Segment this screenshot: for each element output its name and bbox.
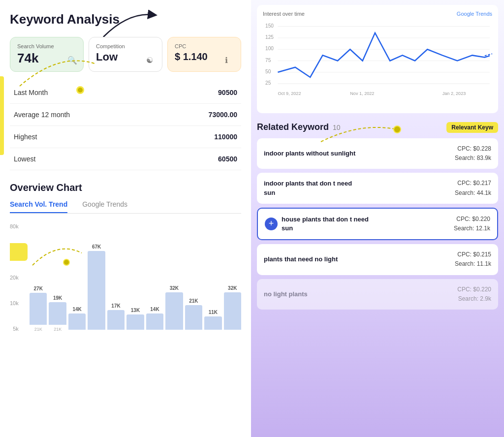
relevant-keyword-badge: Relevant Keyw bbox=[446, 122, 498, 133]
stat-label: Last Month bbox=[10, 82, 157, 104]
search-volume-card: Search Volume 74k 🔍 bbox=[10, 37, 84, 72]
keyword-name-4: plants that need no light bbox=[264, 255, 338, 264]
bar-group: 14K bbox=[68, 307, 86, 331]
bar bbox=[88, 251, 105, 330]
bar-top-label: 14K bbox=[150, 307, 159, 312]
bar-top-label: 11K bbox=[209, 310, 218, 315]
bar-group: 19K21K bbox=[49, 295, 66, 332]
competition-card: Competition Low ☯ bbox=[89, 37, 162, 72]
stat-value: 73000.00 bbox=[157, 103, 241, 125]
tab-search-vol-trend[interactable]: Search Vol. Trend bbox=[10, 200, 67, 213]
cpc-label: CPC bbox=[175, 43, 234, 49]
add-keyword-button[interactable]: + bbox=[265, 218, 278, 230]
y-label: 5k bbox=[13, 326, 19, 332]
keyword-card-3-inner: + house plants that don t need sun bbox=[265, 215, 454, 233]
bar-bottom-label: 21K bbox=[54, 327, 62, 332]
bar bbox=[204, 316, 221, 330]
keyword-name-3: house plants that don t need sun bbox=[282, 215, 380, 233]
stat-label: Highest bbox=[10, 125, 157, 148]
trends-svg: 150 125 100 75 50 25 Oct 9, 2022 Nov 1, … bbox=[263, 21, 492, 99]
overview-title: Overview Chart bbox=[10, 182, 241, 193]
stat-value: 90500 bbox=[157, 82, 241, 104]
y-label: 20k bbox=[10, 275, 19, 281]
bar-top-label: 32K bbox=[170, 285, 179, 291]
svg-text:25: 25 bbox=[265, 80, 271, 86]
svg-point-15 bbox=[394, 126, 401, 133]
bar-group: 27K21K bbox=[30, 286, 47, 332]
svg-text:Nov 1, 2022: Nov 1, 2022 bbox=[350, 91, 374, 96]
table-row: Average 12 month 73000.00 bbox=[10, 103, 241, 125]
page-title: Keyword Analysis bbox=[10, 12, 241, 27]
bar bbox=[185, 305, 202, 329]
trends-chart-container: Interest over time Google Trends 150 125… bbox=[257, 5, 498, 113]
bar-top-label: 17K bbox=[111, 303, 120, 309]
bar-group: 14K bbox=[146, 307, 163, 331]
bar-bottom-label: 21K bbox=[34, 327, 42, 332]
keyword-stats-1: CPC: $0.228Search: 83.9k bbox=[455, 144, 491, 163]
svg-text:Jan 2, 2023: Jan 2, 2023 bbox=[442, 91, 466, 96]
keyword-card-4: plants that need no light CPC: $0.215Sea… bbox=[257, 244, 498, 275]
keyword-name-5: no light plants bbox=[264, 290, 308, 298]
bar-top-label: 32K bbox=[228, 285, 237, 291]
bars-area: 27K21K19K21K14K67K17K13K14K32K21K11K32K bbox=[30, 223, 241, 332]
metrics-row: Search Volume 74k 🔍 Competition Low ☯ CP… bbox=[10, 37, 241, 72]
bar bbox=[165, 292, 183, 330]
keyword-card-3: + house plants that don t need sun CPC: … bbox=[257, 208, 498, 240]
tab-google-trends[interactable]: Google Trends bbox=[82, 200, 127, 213]
cpc-icon: ℹ bbox=[225, 56, 236, 66]
stat-label: Lowest bbox=[10, 148, 157, 170]
y-axis-labels: 80k 40k 20k 10k 5k bbox=[10, 223, 22, 332]
y-label: 10k bbox=[10, 300, 19, 306]
keyword-card-5: no light plants CPC: $0.220Search: 2.9k bbox=[257, 279, 498, 310]
competition-icon: ☯ bbox=[146, 56, 157, 66]
svg-text:75: 75 bbox=[265, 58, 271, 63]
bar bbox=[49, 302, 66, 325]
stat-value: 60500 bbox=[157, 148, 241, 170]
keyword-name-1: indoor plants without sunlight bbox=[264, 149, 355, 158]
search-icon: 🔍 bbox=[67, 56, 78, 66]
y-label: 80k bbox=[10, 223, 19, 229]
chart-tabs: Search Vol. Trend Google Trends bbox=[10, 200, 241, 214]
bar-group: 67K bbox=[88, 244, 105, 332]
keyword-stats-4: CPC: $0.215Search: 11.1k bbox=[455, 250, 491, 269]
bar-chart: 80k 40k 20k 10k 5k 27K21K19K21K14K67K17K… bbox=[10, 223, 241, 332]
bar bbox=[126, 314, 144, 329]
bar-top-label: 27K bbox=[34, 286, 43, 291]
left-panel: Keyword Analysis Search Volume 74k 🔍 Com… bbox=[0, 0, 251, 437]
bar-group: 13K bbox=[126, 308, 144, 331]
yellow-bar-annotation bbox=[10, 243, 28, 261]
google-trends-badge: Google Trends bbox=[457, 11, 492, 17]
timeline-dot bbox=[76, 86, 84, 94]
stats-table: Last Month 90500 Average 12 month 73000.… bbox=[10, 82, 241, 170]
yellow-annotation-strip bbox=[0, 76, 4, 155]
keyword-stats-3: CPC: $0.220Search: 12.1k bbox=[454, 215, 490, 233]
bar-top-label: 21K bbox=[189, 298, 198, 304]
bar-group: 21K bbox=[185, 298, 202, 331]
keyword-stats-2: CPC: $0.217Search: 44.1k bbox=[455, 179, 491, 197]
svg-text:100: 100 bbox=[265, 46, 274, 51]
bar-group: 32K bbox=[224, 285, 241, 332]
keyword-card-2: indoor plants that don t need sun CPC: $… bbox=[257, 173, 498, 203]
keyword-name-2: indoor plants that don t need sun bbox=[264, 179, 362, 197]
bar bbox=[30, 293, 47, 325]
svg-text:125: 125 bbox=[265, 34, 274, 40]
bar bbox=[146, 313, 163, 329]
trends-title: Interest over time bbox=[263, 11, 305, 17]
bar-group: 32K bbox=[165, 285, 183, 332]
search-volume-label: Search Volume bbox=[17, 43, 76, 49]
related-arc bbox=[316, 120, 405, 144]
cpc-card: CPC $ 1.140 ℹ bbox=[167, 37, 241, 72]
bar-top-label: 67K bbox=[92, 244, 101, 250]
stat-value: 110000 bbox=[157, 125, 241, 148]
bar-chart-dot bbox=[63, 259, 70, 266]
svg-text:50: 50 bbox=[265, 69, 271, 74]
related-header: Related Keyword 10 Relevant Keyw bbox=[257, 122, 498, 132]
bar-top-label: 19K bbox=[53, 295, 62, 301]
table-row: Lowest 60500 bbox=[10, 148, 241, 170]
related-section: Related Keyword 10 Relevant Keyw indoor … bbox=[251, 118, 504, 313]
trends-header: Interest over time Google Trends bbox=[263, 11, 492, 17]
competition-label: Competition bbox=[96, 43, 155, 49]
bar-top-label: 13K bbox=[131, 308, 140, 313]
right-panel: Interest over time Google Trends 150 125… bbox=[251, 0, 504, 437]
keyword-stats-5: CPC: $0.220Search: 2.9k bbox=[457, 285, 491, 304]
